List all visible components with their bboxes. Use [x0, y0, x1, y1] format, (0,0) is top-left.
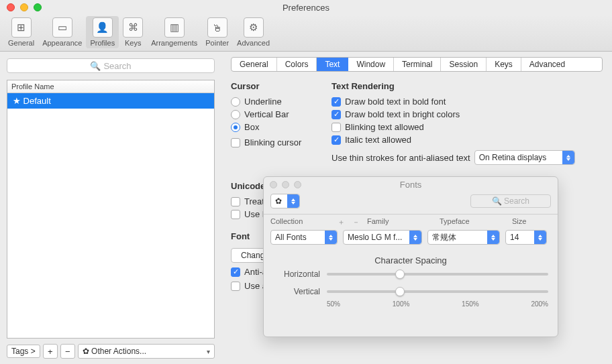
dropdown-icon: [534, 231, 546, 244]
typeface-value: 常规体: [432, 232, 456, 243]
label-vertical: Vertical Bar: [244, 109, 289, 119]
fonts-panel: Fonts ✿ 🔍Search Collection ＋ － Family Ty…: [263, 176, 558, 337]
advanced-icon: ⚙: [244, 17, 264, 38]
list-item[interactable]: ★ Default: [7, 93, 214, 109]
list-header[interactable]: Profile Name: [7, 80, 214, 93]
remove-button[interactable]: −: [60, 344, 75, 359]
vertical-label: Vertical: [273, 287, 320, 296]
col-family: Family: [367, 217, 440, 227]
cursor-title: Cursor: [231, 81, 332, 91]
tags-button[interactable]: Tags >: [7, 345, 40, 358]
fonts-title: Fonts: [264, 180, 558, 190]
gear-icon: ✿: [275, 196, 282, 206]
label-italic: Italic text allowed: [345, 135, 411, 145]
check-italic[interactable]: [332, 135, 341, 145]
tab-appearance[interactable]: ▭Appearance: [38, 16, 86, 48]
pointer-icon: 🖱: [207, 17, 227, 38]
horizontal-slider[interactable]: [327, 273, 548, 276]
size-dropdown[interactable]: 14: [505, 230, 547, 245]
remove-collection-button[interactable]: －: [352, 217, 367, 227]
profile-tabs: General Colors Text Window Terminal Sess…: [231, 57, 603, 72]
tab-advanced2[interactable]: Advanced: [521, 58, 573, 71]
general-icon: ⊞: [11, 17, 32, 38]
check-bright[interactable]: [332, 110, 341, 119]
check-usehf[interactable]: [231, 210, 240, 219]
dropdown-icon: [325, 231, 337, 244]
radio-underline[interactable]: [231, 97, 240, 107]
fonts-search-placeholder: Search: [504, 196, 529, 206]
tick: 200%: [531, 300, 548, 308]
label-underline: Underline: [244, 97, 282, 107]
tab-label: Advanced: [237, 39, 270, 47]
arrangements-icon: ▥: [164, 17, 185, 38]
check-antialias[interactable]: [231, 267, 240, 277]
window-title: Preferences: [0, 3, 612, 13]
tab-label: Arrangements: [151, 39, 197, 47]
main-toolbar: ⊞General ▭Appearance 👤Profiles ⌘Keys ▥Ar…: [0, 15, 612, 52]
tab-session[interactable]: Session: [441, 58, 487, 71]
col-typeface: Typeface: [440, 217, 512, 227]
slider-knob[interactable]: [395, 287, 405, 296]
tab-label: Appearance: [42, 39, 82, 47]
search-input[interactable]: 🔍 Search: [7, 58, 215, 73]
typeface-dropdown[interactable]: 常规体: [427, 230, 500, 245]
collection-dropdown[interactable]: All Fonts: [270, 230, 338, 245]
col-collection: Collection: [270, 217, 338, 227]
label-bright: Draw bold text in bright colors: [345, 109, 460, 119]
size-value: 14: [510, 233, 519, 242]
tab-profiles[interactable]: 👤Profiles: [86, 16, 119, 48]
tab-keys[interactable]: ⌘Keys: [119, 16, 147, 48]
tab-label: General: [8, 39, 34, 47]
tab-general[interactable]: General: [232, 58, 277, 71]
check-blinking-cursor[interactable]: [231, 138, 240, 147]
family-dropdown[interactable]: Meslo LG M f...: [343, 230, 422, 245]
label-blinking-cursor: Blinking cursor: [244, 137, 301, 147]
keys-icon: ⌘: [123, 17, 143, 38]
check-useac[interactable]: [231, 282, 240, 291]
thin-strokes-value: On Retina displays: [479, 153, 547, 162]
horizontal-label: Horizontal: [273, 269, 320, 279]
tab-label: Profiles: [90, 39, 115, 47]
check-blinking-text[interactable]: [332, 123, 341, 132]
tab-advanced[interactable]: ⚙Advanced: [233, 16, 274, 48]
family-value: Meslo LG M f...: [348, 233, 402, 242]
thin-strokes-dropdown[interactable]: On Retina displays: [474, 150, 575, 165]
label-blinking-text: Blinking text allowed: [345, 122, 424, 132]
col-size: Size: [512, 217, 526, 227]
tick: 150%: [462, 300, 479, 308]
slider-knob[interactable]: [395, 269, 405, 279]
dropdown-icon: [409, 231, 421, 244]
spacing-title: Character Spacing: [264, 255, 558, 265]
profiles-icon: 👤: [93, 17, 113, 38]
tab-label: Keys: [125, 39, 141, 47]
tab-general[interactable]: ⊞General: [4, 16, 38, 48]
fonts-gear-dropdown[interactable]: ✿: [270, 194, 300, 208]
tick: 50%: [327, 300, 340, 308]
tab-terminal[interactable]: Terminal: [394, 58, 441, 71]
add-button[interactable]: +: [43, 344, 58, 359]
check-bold-font[interactable]: [332, 97, 341, 107]
tab-keys2[interactable]: Keys: [487, 58, 521, 71]
label-thin-strokes: Use thin strokes for anti-aliased text: [332, 153, 470, 163]
tab-arrangements[interactable]: ▥Arrangements: [147, 16, 201, 48]
tab-pointer[interactable]: 🖱Pointer: [201, 16, 233, 48]
dropdown-icon: [487, 231, 499, 244]
add-collection-button[interactable]: ＋: [338, 217, 352, 227]
search-icon: 🔍: [492, 196, 502, 206]
tab-label: Pointer: [205, 39, 229, 47]
other-actions-label: Other Actions...: [91, 347, 146, 356]
other-actions-dropdown[interactable]: ✿ Other Actions...: [78, 344, 215, 359]
collection-value: All Fonts: [275, 233, 307, 242]
profile-list: Profile Name ★ Default: [7, 80, 215, 339]
tab-colors[interactable]: Colors: [277, 58, 317, 71]
list-empty: [7, 109, 214, 338]
gear-icon: ✿: [83, 347, 89, 356]
tab-window[interactable]: Window: [348, 58, 394, 71]
vertical-slider[interactable]: [327, 290, 548, 293]
radio-box[interactable]: [231, 123, 240, 132]
tab-text[interactable]: Text: [317, 58, 348, 71]
radio-vertical[interactable]: [231, 110, 240, 119]
fonts-search-input[interactable]: 🔍Search: [470, 194, 551, 208]
check-treat[interactable]: [231, 197, 240, 206]
search-placeholder: Search: [103, 61, 131, 71]
